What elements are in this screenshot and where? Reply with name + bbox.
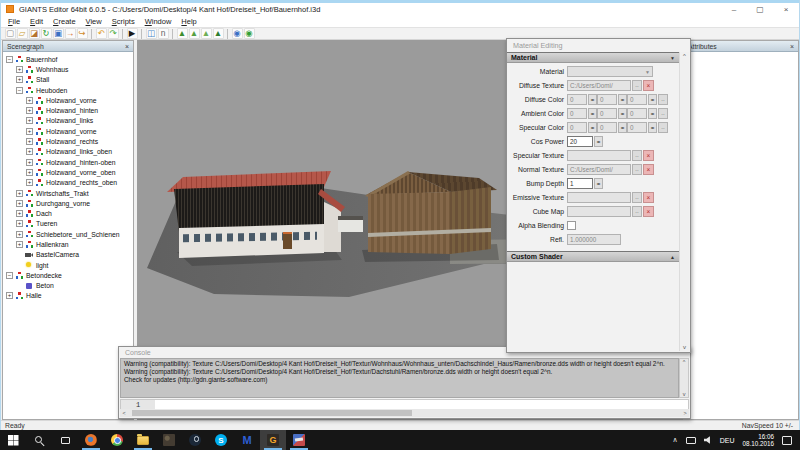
taskbar-firefox-button[interactable]	[78, 430, 104, 450]
clear-texture-button[interactable]: ×	[643, 150, 654, 161]
tree-item-heuboden[interactable]: −Heuboden	[3, 85, 133, 95]
toolbar-frame-selected-icon[interactable]: ◫	[146, 28, 157, 39]
scroll-up-icon[interactable]: ^	[683, 53, 686, 59]
tree-item-halle[interactable]: +Halle	[3, 291, 133, 301]
tree-expander-icon[interactable]: +	[26, 148, 33, 155]
minimize-button[interactable]: –	[721, 4, 747, 15]
color-value-field[interactable]: 0	[597, 122, 617, 133]
scroll-left-icon[interactable]: <	[120, 410, 128, 416]
scenegraph-close-icon[interactable]: ×	[125, 43, 129, 50]
toolbar-terrain-lower-icon[interactable]: ▲	[189, 28, 200, 39]
spinner-icon[interactable]: ◂▸	[648, 122, 657, 133]
volume-icon[interactable]	[704, 436, 712, 444]
spinner-icon[interactable]: ◂▸	[618, 94, 627, 105]
color-value-field[interactable]: 0	[597, 108, 617, 119]
custom-shader-header[interactable]: Custom Shader ▲	[507, 251, 679, 262]
tree-expander-icon[interactable]: +	[26, 117, 33, 124]
tree-expander-icon[interactable]: +	[26, 169, 33, 176]
material-section-header[interactable]: Material ▼	[507, 52, 679, 63]
menu-scripts[interactable]: Scripts	[109, 17, 142, 26]
spinner-icon[interactable]: ◂▸	[618, 122, 627, 133]
tree-item-hallenkran[interactable]: +Hallenkran	[3, 239, 133, 249]
taskbar-file-explorer-button[interactable]	[130, 430, 156, 450]
toolbar-open-file-icon[interactable]: ▱	[17, 28, 28, 39]
spinner-icon[interactable]: ◂▸	[618, 108, 627, 119]
clear-texture-button[interactable]: ×	[643, 192, 654, 203]
tree-item-holzwand_vorne[interactable]: +Holzwand_vorne	[3, 95, 133, 105]
tree-expander-icon[interactable]: +	[26, 179, 33, 186]
clock[interactable]: 16:06 08.10.2016	[742, 433, 774, 448]
network-icon[interactable]	[686, 437, 696, 444]
material-dropdown[interactable]: ▼	[567, 66, 653, 77]
tree-item-light[interactable]: +light	[3, 260, 133, 270]
spinner-icon[interactable]: ◂▸	[588, 108, 597, 119]
texture-path-field[interactable]	[567, 150, 631, 161]
tree-item-durchgang_vorne[interactable]: +Durchgang_vorne	[3, 198, 133, 208]
tree-item-holzwand_vorne[interactable]: +Holzwand_vorne	[3, 126, 133, 136]
tree-expander-icon[interactable]: +	[26, 107, 33, 114]
tree-item-holzwand_rechts[interactable]: +Holzwand_rechts	[3, 136, 133, 146]
tree-item-dach[interactable]: +Dach	[3, 208, 133, 218]
color-picker-button[interactable]: ..	[658, 108, 668, 119]
tree-expander-icon[interactable]: +	[26, 97, 33, 104]
tree-item-holzwand_hinten[interactable]: +Holzwand_hinten	[3, 105, 133, 115]
tree-expander-icon[interactable]: +	[16, 76, 23, 83]
menu-view[interactable]: View	[83, 17, 109, 26]
taskbar-paint-button[interactable]	[286, 430, 312, 450]
tree-item-wohnhaus[interactable]: +Wohnhaus	[3, 64, 133, 74]
tree-expander-icon[interactable]: +	[6, 292, 13, 299]
scroll-down-icon[interactable]: v	[683, 391, 686, 397]
taskbar-giants-editor-button[interactable]: G	[260, 430, 286, 450]
tree-expander-icon[interactable]: +	[16, 190, 23, 197]
texture-path-field[interactable]	[567, 192, 631, 203]
tree-expander-icon[interactable]: +	[26, 159, 33, 166]
color-value-field[interactable]: 0	[627, 108, 647, 119]
tree-item-beton[interactable]: +Beton	[3, 281, 133, 291]
spinner-icon[interactable]: ◂▸	[594, 178, 603, 189]
spinner-icon[interactable]: ◂▸	[594, 136, 603, 147]
scroll-down-icon[interactable]: v	[683, 344, 686, 350]
tree-expander-icon[interactable]: −	[6, 56, 13, 63]
taskbar-chrome-button[interactable]	[104, 430, 130, 450]
close-button[interactable]: ×	[773, 4, 799, 15]
texture-path-field[interactable]: C:/Users/Domi/	[567, 164, 631, 175]
menu-file[interactable]: File	[5, 17, 27, 26]
color-value-field[interactable]: 0	[567, 122, 587, 133]
toolbar-play-icon[interactable]: ▶	[127, 28, 138, 39]
scroll-right-icon[interactable]: >	[681, 410, 689, 416]
tree-item-holzwand_rechts_oben[interactable]: +Holzwand_rechts_oben	[3, 178, 133, 188]
color-value-field[interactable]: 0	[567, 94, 587, 105]
spinner-icon[interactable]: ◂▸	[588, 122, 597, 133]
taskbar-skype-button[interactable]: S	[208, 430, 234, 450]
tree-item-holzwand_links_oben[interactable]: +Holzwand_links_oben	[3, 147, 133, 157]
scroll-up-icon[interactable]: ^	[683, 359, 686, 365]
color-value-field[interactable]: 0	[597, 94, 617, 105]
toolbar-export-icon[interactable]: →	[65, 28, 76, 39]
color-value-field[interactable]: 0	[567, 108, 587, 119]
taskbar-farming-simulator-button[interactable]	[156, 430, 182, 450]
spinner-icon[interactable]: ◂▸	[588, 94, 597, 105]
toolbar-redo-icon[interactable]: ↷	[108, 28, 119, 39]
tree-expander-icon[interactable]: +	[16, 220, 23, 227]
taskbar-malwarebytes-button[interactable]: M	[234, 430, 260, 450]
tree-item-wirtschafts_trakt[interactable]: +Wirtschafts_Trakt	[3, 188, 133, 198]
scrollbar-thumb[interactable]	[132, 410, 412, 416]
toolbar-render-options-icon[interactable]: ◉	[232, 28, 243, 39]
browse-button[interactable]: ..	[632, 164, 642, 175]
tree-expander-icon[interactable]: +	[16, 210, 23, 217]
tree-item-stall[interactable]: +Stall	[3, 75, 133, 85]
color-picker-button[interactable]: ..	[658, 94, 668, 105]
attributes-close-icon[interactable]: ×	[790, 43, 794, 50]
toolbar-save-icon[interactable]: ▣	[53, 28, 64, 39]
taskbar-steam-button[interactable]	[182, 430, 208, 450]
maximize-button[interactable]: ▢	[747, 4, 773, 15]
toolbar-import-icon[interactable]: ◪	[29, 28, 40, 39]
tree-item-bauernhof[interactable]: −Bauernhof	[3, 54, 133, 64]
hidden-icons-chevron[interactable]: ∧	[673, 436, 678, 444]
tree-expander-icon[interactable]: +	[16, 231, 23, 238]
tree-item-holzwand_hinten-oben[interactable]: +Holzwand_hinten-oben	[3, 157, 133, 167]
taskbar-task-view-button[interactable]	[52, 430, 78, 450]
color-value-field[interactable]: 0	[627, 122, 647, 133]
menu-edit[interactable]: Edit	[27, 17, 50, 26]
spinner-icon[interactable]: ◂▸	[648, 108, 657, 119]
